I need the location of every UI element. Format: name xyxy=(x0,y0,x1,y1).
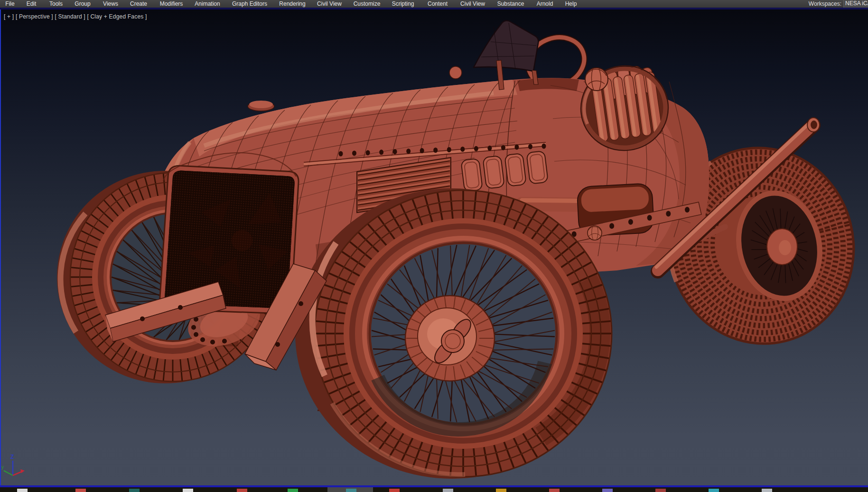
svg-text:Z: Z xyxy=(10,454,14,460)
svg-text:y: y xyxy=(1,464,4,470)
